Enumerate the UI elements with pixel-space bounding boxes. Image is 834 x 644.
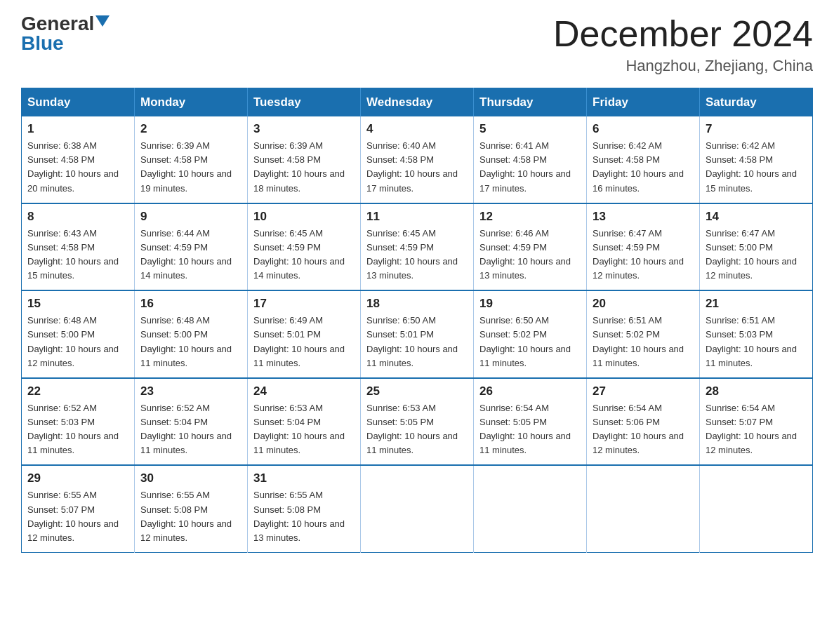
day-number: 2 bbox=[140, 122, 241, 136]
calendar-cell: 29Sunrise: 6:55 AMSunset: 5:07 PMDayligh… bbox=[22, 465, 135, 552]
day-info: Sunrise: 6:52 AMSunset: 5:04 PMDaylight:… bbox=[140, 401, 241, 458]
day-info: Sunrise: 6:53 AMSunset: 5:05 PMDaylight:… bbox=[366, 401, 468, 458]
day-number: 23 bbox=[140, 384, 241, 398]
day-number: 12 bbox=[479, 210, 581, 224]
day-number: 7 bbox=[706, 122, 807, 136]
day-info: Sunrise: 6:46 AMSunset: 4:59 PMDaylight:… bbox=[479, 227, 581, 283]
day-number: 20 bbox=[593, 297, 694, 311]
day-number: 1 bbox=[27, 122, 128, 136]
day-info: Sunrise: 6:44 AMSunset: 4:59 PMDaylight:… bbox=[140, 227, 241, 283]
weekday-header-friday: Friday bbox=[587, 88, 700, 117]
calendar-cell: 18Sunrise: 6:50 AMSunset: 5:01 PMDayligh… bbox=[361, 290, 474, 378]
day-number: 18 bbox=[366, 297, 468, 311]
day-info: Sunrise: 6:39 AMSunset: 4:58 PMDaylight:… bbox=[140, 139, 241, 196]
calendar-cell: 17Sunrise: 6:49 AMSunset: 5:01 PMDayligh… bbox=[248, 290, 361, 378]
calendar-cell bbox=[361, 465, 474, 552]
day-number: 30 bbox=[140, 471, 241, 485]
day-info: Sunrise: 6:49 AMSunset: 5:01 PMDaylight:… bbox=[253, 314, 355, 370]
day-info: Sunrise: 6:40 AMSunset: 4:58 PMDaylight:… bbox=[366, 139, 468, 196]
day-number: 17 bbox=[253, 297, 355, 311]
calendar-cell: 4Sunrise: 6:40 AMSunset: 4:58 PMDaylight… bbox=[361, 116, 474, 203]
day-info: Sunrise: 6:43 AMSunset: 4:58 PMDaylight:… bbox=[27, 227, 128, 283]
calendar-cell: 13Sunrise: 6:47 AMSunset: 4:59 PMDayligh… bbox=[587, 203, 700, 291]
day-info: Sunrise: 6:52 AMSunset: 5:03 PMDaylight:… bbox=[27, 401, 128, 458]
weekday-header-tuesday: Tuesday bbox=[248, 88, 361, 117]
day-number: 6 bbox=[593, 122, 694, 136]
day-number: 3 bbox=[253, 122, 355, 136]
day-number: 21 bbox=[706, 297, 807, 311]
weekday-header-row: SundayMondayTuesdayWednesdayThursdayFrid… bbox=[22, 88, 813, 117]
calendar-cell: 26Sunrise: 6:54 AMSunset: 5:05 PMDayligh… bbox=[474, 378, 587, 466]
location-title: Hangzhou, Zhejiang, China bbox=[553, 57, 813, 75]
day-number: 16 bbox=[140, 297, 241, 311]
day-info: Sunrise: 6:51 AMSunset: 5:03 PMDaylight:… bbox=[706, 314, 807, 370]
day-info: Sunrise: 6:41 AMSunset: 4:58 PMDaylight:… bbox=[479, 139, 581, 196]
day-info: Sunrise: 6:47 AMSunset: 5:00 PMDaylight:… bbox=[706, 227, 807, 283]
day-info: Sunrise: 6:54 AMSunset: 5:07 PMDaylight:… bbox=[706, 401, 807, 458]
calendar-cell: 20Sunrise: 6:51 AMSunset: 5:02 PMDayligh… bbox=[587, 290, 700, 378]
day-info: Sunrise: 6:45 AMSunset: 4:59 PMDaylight:… bbox=[253, 227, 355, 283]
logo: General Blue bbox=[21, 14, 110, 53]
calendar-cell: 7Sunrise: 6:42 AMSunset: 4:58 PMDaylight… bbox=[700, 116, 813, 203]
calendar-cell: 31Sunrise: 6:55 AMSunset: 5:08 PMDayligh… bbox=[248, 465, 361, 552]
day-info: Sunrise: 6:42 AMSunset: 4:58 PMDaylight:… bbox=[706, 139, 807, 196]
day-info: Sunrise: 6:53 AMSunset: 5:04 PMDaylight:… bbox=[253, 401, 355, 458]
day-info: Sunrise: 6:38 AMSunset: 4:58 PMDaylight:… bbox=[27, 139, 128, 196]
calendar-week-row: 29Sunrise: 6:55 AMSunset: 5:07 PMDayligh… bbox=[22, 465, 813, 552]
calendar-cell: 12Sunrise: 6:46 AMSunset: 4:59 PMDayligh… bbox=[474, 203, 587, 291]
calendar-cell: 15Sunrise: 6:48 AMSunset: 5:00 PMDayligh… bbox=[22, 290, 135, 378]
page-header: General Blue December 2024 Hangzhou, Zhe… bbox=[21, 14, 813, 75]
calendar-cell: 27Sunrise: 6:54 AMSunset: 5:06 PMDayligh… bbox=[587, 378, 700, 466]
calendar-table: SundayMondayTuesdayWednesdayThursdayFrid… bbox=[21, 88, 813, 553]
calendar-cell: 16Sunrise: 6:48 AMSunset: 5:00 PMDayligh… bbox=[135, 290, 248, 378]
day-number: 25 bbox=[366, 384, 468, 398]
day-number: 22 bbox=[27, 384, 128, 398]
day-info: Sunrise: 6:48 AMSunset: 5:00 PMDaylight:… bbox=[27, 314, 128, 370]
calendar-cell: 30Sunrise: 6:55 AMSunset: 5:08 PMDayligh… bbox=[135, 465, 248, 552]
calendar-cell: 3Sunrise: 6:39 AMSunset: 4:58 PMDaylight… bbox=[248, 116, 361, 203]
day-info: Sunrise: 6:39 AMSunset: 4:58 PMDaylight:… bbox=[253, 139, 355, 196]
day-number: 4 bbox=[366, 122, 468, 136]
calendar-cell bbox=[700, 465, 813, 552]
day-number: 24 bbox=[253, 384, 355, 398]
day-info: Sunrise: 6:55 AMSunset: 5:08 PMDaylight:… bbox=[253, 488, 355, 545]
day-info: Sunrise: 6:55 AMSunset: 5:08 PMDaylight:… bbox=[140, 488, 241, 545]
day-number: 8 bbox=[27, 210, 128, 224]
calendar-cell: 24Sunrise: 6:53 AMSunset: 5:04 PMDayligh… bbox=[248, 378, 361, 466]
calendar-cell: 19Sunrise: 6:50 AMSunset: 5:02 PMDayligh… bbox=[474, 290, 587, 378]
calendar-cell: 9Sunrise: 6:44 AMSunset: 4:59 PMDaylight… bbox=[135, 203, 248, 291]
weekday-header-sunday: Sunday bbox=[22, 88, 135, 117]
logo-triangle-icon bbox=[95, 15, 110, 27]
day-info: Sunrise: 6:54 AMSunset: 5:06 PMDaylight:… bbox=[593, 401, 694, 458]
day-info: Sunrise: 6:51 AMSunset: 5:02 PMDaylight:… bbox=[593, 314, 694, 370]
calendar-cell bbox=[587, 465, 700, 552]
day-info: Sunrise: 6:42 AMSunset: 4:58 PMDaylight:… bbox=[593, 139, 694, 196]
day-number: 9 bbox=[140, 210, 241, 224]
day-info: Sunrise: 6:48 AMSunset: 5:00 PMDaylight:… bbox=[140, 314, 241, 370]
day-number: 31 bbox=[253, 471, 355, 485]
logo-blue-text: Blue bbox=[21, 34, 64, 53]
title-area: December 2024 Hangzhou, Zhejiang, China bbox=[553, 14, 813, 75]
day-number: 19 bbox=[479, 297, 581, 311]
month-title: December 2024 bbox=[553, 14, 813, 54]
calendar-cell: 28Sunrise: 6:54 AMSunset: 5:07 PMDayligh… bbox=[700, 378, 813, 466]
day-info: Sunrise: 6:50 AMSunset: 5:02 PMDaylight:… bbox=[479, 314, 581, 370]
day-info: Sunrise: 6:47 AMSunset: 4:59 PMDaylight:… bbox=[593, 227, 694, 283]
calendar-cell: 2Sunrise: 6:39 AMSunset: 4:58 PMDaylight… bbox=[135, 116, 248, 203]
calendar-cell: 14Sunrise: 6:47 AMSunset: 5:00 PMDayligh… bbox=[700, 203, 813, 291]
calendar-cell: 21Sunrise: 6:51 AMSunset: 5:03 PMDayligh… bbox=[700, 290, 813, 378]
calendar-cell: 1Sunrise: 6:38 AMSunset: 4:58 PMDaylight… bbox=[22, 116, 135, 203]
weekday-header-thursday: Thursday bbox=[474, 88, 587, 117]
calendar-cell: 22Sunrise: 6:52 AMSunset: 5:03 PMDayligh… bbox=[22, 378, 135, 466]
logo-general-text: General bbox=[21, 14, 94, 34]
day-number: 11 bbox=[366, 210, 468, 224]
weekday-header-saturday: Saturday bbox=[700, 88, 813, 117]
day-number: 29 bbox=[27, 471, 128, 485]
weekday-header-wednesday: Wednesday bbox=[361, 88, 474, 117]
day-info: Sunrise: 6:54 AMSunset: 5:05 PMDaylight:… bbox=[479, 401, 581, 458]
calendar-cell: 6Sunrise: 6:42 AMSunset: 4:58 PMDaylight… bbox=[587, 116, 700, 203]
day-number: 28 bbox=[706, 384, 807, 398]
calendar-week-row: 22Sunrise: 6:52 AMSunset: 5:03 PMDayligh… bbox=[22, 378, 813, 466]
day-info: Sunrise: 6:55 AMSunset: 5:07 PMDaylight:… bbox=[27, 488, 128, 545]
calendar-week-row: 15Sunrise: 6:48 AMSunset: 5:00 PMDayligh… bbox=[22, 290, 813, 378]
